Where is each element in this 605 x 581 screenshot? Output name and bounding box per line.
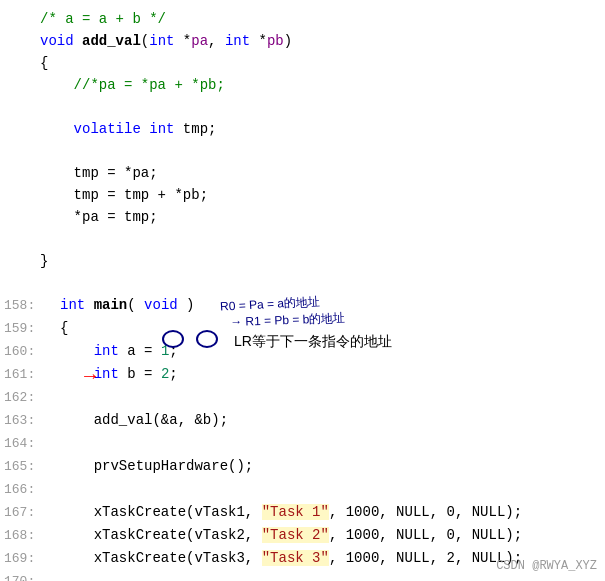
line-brace-close: } bbox=[0, 250, 605, 272]
line-func-signature: void add_val(int *pa, int *pb) bbox=[0, 30, 605, 52]
line-empty2 bbox=[0, 140, 605, 162]
line-163: 163: add_val(&a, &b); bbox=[0, 409, 605, 432]
line-162: 162: bbox=[0, 386, 605, 409]
line-164: 164: bbox=[0, 432, 605, 455]
line-tmp-add: tmp = tmp + *pb; bbox=[0, 184, 605, 206]
line-158: 158: int main( void ) bbox=[0, 294, 605, 317]
line-159: 159: { bbox=[0, 317, 605, 340]
line-165: 165: prvSetupHardware(); bbox=[0, 455, 605, 478]
line-header-comment: /* a = a + b */ bbox=[0, 8, 605, 30]
line-168: 168: xTaskCreate(vTask2, "Task 2", 1000,… bbox=[0, 524, 605, 547]
line-167: 167: xTaskCreate(vTask1, "Task 1", 1000,… bbox=[0, 501, 605, 524]
line-160: 160: int a = 1; bbox=[0, 340, 605, 363]
line-brace-open: { bbox=[0, 52, 605, 74]
line-volatile: volatile int tmp; bbox=[0, 118, 605, 140]
watermark: CSDN @RWYA_XYZ bbox=[496, 559, 597, 573]
line-inline-comment: //*pa = *pa + *pb; bbox=[0, 74, 605, 96]
line-empty4 bbox=[0, 272, 605, 294]
line-tmp-pa: tmp = *pa; bbox=[0, 162, 605, 184]
line-empty3 bbox=[0, 228, 605, 250]
line-pa-assign: *pa = tmp; bbox=[0, 206, 605, 228]
line-166: 166: bbox=[0, 478, 605, 501]
red-arrow: → bbox=[84, 365, 96, 388]
code-container: /* a = a + b */ void add_val(int *pa, in… bbox=[0, 0, 605, 581]
line-empty1 bbox=[0, 96, 605, 118]
